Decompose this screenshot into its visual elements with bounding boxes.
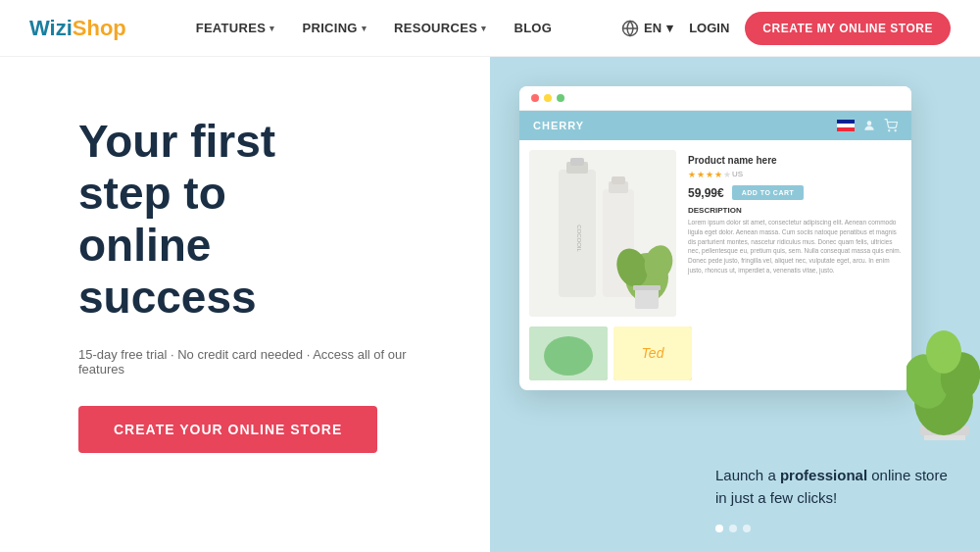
star-3: ★: [706, 170, 713, 179]
main-content: Your first step to online success 15-day…: [0, 57, 980, 552]
store-mockup: CHERRY: [519, 86, 911, 390]
hero-visual: CHERRY: [490, 57, 980, 552]
mockup-store-name: CHERRY: [533, 120, 584, 131]
chevron-down-icon: ▾: [666, 21, 673, 35]
thumbnail-1: [529, 326, 608, 380]
product-image: COCOOIL: [529, 150, 676, 317]
mockup-nav-icons: [837, 119, 898, 132]
svg-text:Ted: Ted: [642, 345, 665, 361]
nav-blog[interactable]: BLOG: [514, 21, 552, 35]
thumbnail-2: Ted: [613, 326, 692, 380]
hero-section: Your first step to online success 15-day…: [0, 57, 490, 552]
nav-features[interactable]: FEATURES ▾: [196, 21, 275, 35]
star-4: ★: [714, 170, 722, 179]
svg-point-2: [867, 121, 872, 125]
svg-rect-12: [612, 176, 625, 184]
cart-icon: [884, 119, 898, 132]
indicator-dot-1[interactable]: [715, 525, 723, 532]
browser-dot-green: [557, 94, 564, 102]
hero-title: Your first step to online success: [78, 116, 441, 324]
svg-point-3: [889, 130, 890, 131]
price-row: 59,99€ ADD TO CART: [688, 185, 902, 200]
chevron-down-icon: ▾: [481, 24, 486, 33]
description-text: Lorem ipsum dolor sit amet, consectetur …: [688, 218, 902, 276]
create-store-hero-button[interactable]: CREATE YOUR ONLINE STORE: [78, 406, 377, 453]
star-1: ★: [688, 170, 696, 179]
bottom-panel: Launch a professional online store in ju…: [696, 440, 980, 552]
product-stars: ★ ★ ★ ★ ★ US: [688, 170, 902, 179]
hero-subtitle: 15-day free trial · No credit card neede…: [78, 347, 441, 376]
add-to-cart-button[interactable]: ADD TO CART: [732, 185, 805, 200]
svg-rect-17: [633, 285, 661, 290]
svg-point-19: [544, 336, 593, 376]
create-store-header-button[interactable]: CREATE MY ONLINE STORE: [745, 12, 951, 45]
star-5: ★: [723, 170, 731, 179]
product-name: Product name here: [688, 155, 902, 166]
logo[interactable]: WiziShop: [29, 16, 126, 41]
panel-text: Launch a professional online store in ju…: [715, 465, 960, 509]
user-icon: [862, 119, 876, 132]
nav-resources[interactable]: RESOURCES ▾: [394, 21, 486, 35]
nav-pricing[interactable]: PRICING ▾: [302, 21, 367, 35]
indicator-dot-3[interactable]: [743, 525, 751, 532]
slide-indicators: [715, 525, 960, 532]
star-2: ★: [697, 170, 705, 179]
browser-dot-red: [531, 94, 539, 102]
header: WiziShop FEATURES ▾ PRICING ▾ RESOURCES …: [0, 0, 980, 57]
product-illustration: COCOOIL: [529, 150, 676, 317]
chevron-down-icon: ▾: [270, 24, 274, 33]
svg-point-4: [895, 130, 896, 131]
language-selector[interactable]: EN ▾: [621, 20, 673, 37]
description-label: DESCRIPTION: [688, 206, 902, 215]
svg-point-27: [926, 330, 961, 374]
review-count: US: [732, 170, 743, 179]
mockup-store-nav: CHERRY: [519, 111, 911, 140]
header-right: EN ▾ LOGIN CREATE MY ONLINE STORE: [621, 12, 951, 45]
svg-rect-8: [570, 158, 584, 166]
browser-dot-yellow: [544, 94, 552, 102]
product-info: Product name here ★ ★ ★ ★ ★ US 59,99€ AD…: [688, 150, 902, 317]
mockup-thumbnails: Ted: [519, 326, 911, 390]
flag-icon: [837, 120, 855, 131]
globe-icon: [621, 20, 639, 37]
product-price: 59,99€: [688, 186, 724, 200]
main-nav: FEATURES ▾ PRICING ▾ RESOURCES ▾ BLOG: [196, 21, 553, 35]
mockup-browser-bar: [519, 86, 911, 111]
chevron-down-icon: ▾: [362, 24, 367, 33]
login-button[interactable]: LOGIN: [689, 21, 729, 35]
svg-rect-16: [635, 287, 659, 309]
indicator-dot-2[interactable]: [729, 525, 737, 532]
mockup-product-area: COCOOIL: [519, 140, 911, 326]
svg-text:COCOOIL: COCOOIL: [576, 225, 582, 252]
